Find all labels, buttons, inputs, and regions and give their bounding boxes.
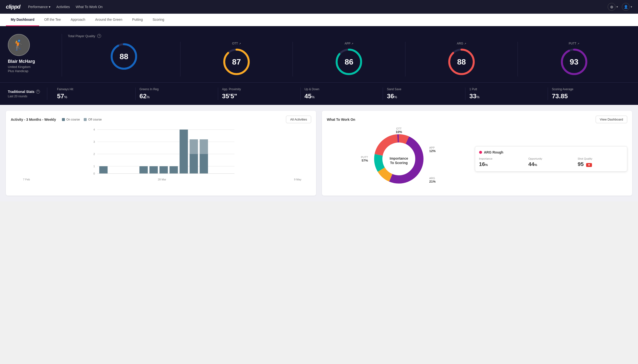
svg-text:1: 1 <box>93 165 95 168</box>
user-arrow[interactable]: ▾ <box>631 5 632 8</box>
popup-opportunity-value: 44% <box>528 161 574 168</box>
app-score-value: 86 <box>345 58 353 66</box>
stat-scoring-avg: Scoring Average 73.85 <box>548 88 630 100</box>
stat-sand-value: 36% <box>387 92 461 100</box>
donut-wrapper: OTT 10% APP 12% ARG 21% PUTT <box>364 127 433 191</box>
arg-donut-key: ARG <box>429 177 436 180</box>
stats-label-section: Traditional Stats ? Last 20 rounds <box>8 90 47 98</box>
arg-arrow-icon: ↗ <box>464 42 466 45</box>
popup-opportunity-label: Opportunity <box>528 157 574 160</box>
app-label: APP ↗ <box>344 42 353 45</box>
add-arrow[interactable]: ▾ <box>616 5 618 8</box>
tab-approach[interactable]: Approach <box>66 14 90 26</box>
tab-my-dashboard[interactable]: My Dashboard <box>6 14 39 26</box>
workon-card-header: What To Work On View Dashboard <box>327 116 627 123</box>
down-badge: ▼ <box>586 163 592 167</box>
activity-card-header: Activity - 3 Months - Weekly On course O… <box>11 116 311 123</box>
stat-scoring-label: Scoring Average <box>552 88 626 91</box>
stat-1putt-label: 1 Putt <box>469 88 544 91</box>
bar-8-on <box>180 130 188 174</box>
legend-on-course-dot <box>62 118 65 121</box>
avatar: 🏌 <box>8 34 30 56</box>
workon-content: OTT 10% APP 12% ARG 21% PUTT <box>327 127 627 191</box>
bar-10-on <box>200 154 208 174</box>
popup-shot-quality-value: 95 ▼ <box>578 161 623 168</box>
ott-label: OTT ↗ <box>232 42 241 45</box>
popup-dot-icon <box>479 151 482 154</box>
total-score-value: 88 <box>120 52 129 61</box>
avatar-icon: 🏌 <box>13 39 25 51</box>
user-avatar-button[interactable]: 👤 <box>622 3 630 11</box>
svg-text:4: 4 <box>93 128 95 131</box>
stat-1putt-value: 33% <box>469 92 544 100</box>
app-donut-value: 12% <box>429 149 436 153</box>
hero-section: 🏌 Blair McHarg United Kingdom Plus Handi… <box>0 26 638 82</box>
bar-0-on <box>99 166 108 174</box>
stat-up-down-value: 45% <box>305 92 379 100</box>
ott-donut-value: 10% <box>396 130 402 134</box>
score-arg: ARG ↗ 88 <box>405 42 518 76</box>
arg-score-value: 88 <box>457 58 466 66</box>
popup-importance-label: Importance <box>479 157 525 160</box>
workon-title: What To Work On <box>327 118 355 122</box>
app-circle-container: 86 <box>334 47 364 76</box>
arg-donut-value: 21% <box>429 180 436 183</box>
score-total: 88 <box>68 42 180 76</box>
ott-circle-container: 87 <box>222 47 251 76</box>
stat-greens-in-reg: Greens In Reg 62% <box>136 88 218 100</box>
stats-subtitle: Last 20 rounds <box>8 94 47 98</box>
donut-label-arg: ARG 21% <box>429 177 436 183</box>
ott-arrow-icon: ↗ <box>239 42 241 45</box>
stat-fairways-hit: Fairways Hit 57% <box>53 88 136 100</box>
bar-4-on <box>140 166 148 174</box>
stat-1putt: 1 Putt 33% <box>465 88 548 100</box>
app-arrow-icon: ↗ <box>351 42 353 45</box>
stat-app-proximity: App. Proximity 35'5" <box>218 88 301 100</box>
nav-activities[interactable]: Activities <box>56 5 70 9</box>
player-handicap: Plus Handicap <box>8 69 28 73</box>
stat-greens-value: 62% <box>140 92 214 100</box>
tab-off-the-tee[interactable]: Off the Tee <box>39 14 66 26</box>
donut-label-app: APP 12% <box>429 146 436 153</box>
putt-donut-value: 57% <box>361 159 368 162</box>
popup-header: ARG Rough <box>479 150 623 154</box>
nav-what-to-work-on[interactable]: What To Work On <box>76 5 103 9</box>
activity-card: Activity - 3 Months - Weekly On course O… <box>6 111 316 196</box>
popup-importance-value: 16% <box>479 161 525 168</box>
popup-shot-quality-label: Shot Quality <box>578 157 623 160</box>
stat-up-down-label: Up & Down <box>305 88 379 91</box>
stat-up-down: Up & Down 45% <box>301 88 383 100</box>
bar-10-off <box>200 139 208 154</box>
logo[interactable]: clippd <box>6 4 20 10</box>
putt-arrow-icon: ↗ <box>577 42 579 45</box>
donut-label-putt: PUTT 57% <box>361 156 368 162</box>
putt-circle-container: 93 <box>559 47 589 76</box>
putt-donut-key: PUTT <box>361 156 368 159</box>
arg-circle-container: 88 <box>447 47 476 76</box>
ott-score-value: 87 <box>232 58 241 66</box>
add-button[interactable]: ⊕ <box>608 3 615 11</box>
nav-links: Performance ▾ Activities What To Work On <box>28 5 600 9</box>
nav-performance[interactable]: Performance ▾ <box>28 5 50 9</box>
tab-around-the-green[interactable]: Around the Green <box>90 14 127 26</box>
stat-sand-save: Sand Save 36% <box>383 88 465 100</box>
top-nav: clippd Performance ▾ Activities What To … <box>0 0 638 14</box>
tab-putting[interactable]: Putting <box>127 14 148 26</box>
popup-shot-quality: Shot Quality 95 ▼ <box>578 157 623 168</box>
donut-label-ott: OTT 10% <box>396 127 402 134</box>
svg-text:2: 2 <box>93 152 95 156</box>
legend-on-course: On course <box>62 118 80 121</box>
tab-scoring[interactable]: Scoring <box>148 14 169 26</box>
popup-stats: Importance 16% Opportunity 44% Shot Qual… <box>479 157 623 168</box>
bar-7-on <box>170 166 178 174</box>
total-circle-container: 88 <box>109 42 139 71</box>
info-icon[interactable]: ? <box>97 34 101 38</box>
stats-title: Traditional Stats ? <box>8 90 47 94</box>
score-app: APP ↗ 86 <box>293 42 405 76</box>
popup-importance: Importance 16% <box>479 157 525 168</box>
stats-info-icon[interactable]: ? <box>36 90 40 94</box>
app-donut-key: APP <box>429 146 436 149</box>
view-dashboard-button[interactable]: View Dashboard <box>596 116 627 123</box>
bar-5-on <box>150 166 158 174</box>
all-activities-button[interactable]: All Activities <box>286 116 311 123</box>
